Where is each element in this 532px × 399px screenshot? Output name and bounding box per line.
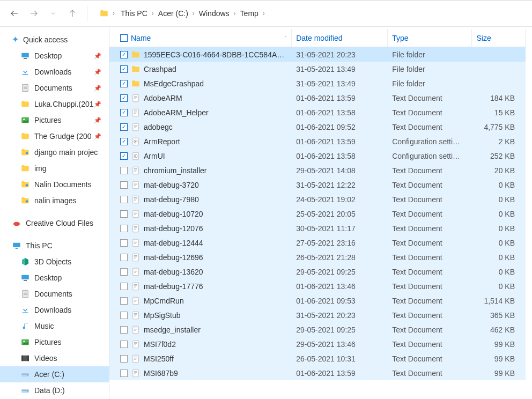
file-row[interactable]: mat-debug-1244427-05-2021 23:16Text Docu… [109, 235, 526, 250]
file-row[interactable]: mat-debug-1362029-05-2021 09:25Text Docu… [109, 264, 526, 279]
file-row[interactable]: Crashpad31-05-2021 13:49File folder [109, 62, 526, 76]
file-row[interactable]: MSI250ff26-05-2021 10:31Text Document99 … [109, 351, 526, 366]
file-row[interactable]: ArmReport01-06-2021 13:59Configuration s… [109, 134, 526, 149]
row-checkbox[interactable] [120, 51, 128, 58]
sidebar-item[interactable]: img [0, 160, 109, 176]
file-row[interactable]: MSI687b901-06-2021 13:59Text Document99 … [109, 366, 526, 380]
sidebar-item[interactable]: Nalin Documents [0, 176, 109, 193]
row-checkbox[interactable] [120, 94, 128, 102]
row-checkbox[interactable] [120, 268, 128, 276]
sidebar-item[interactable]: Pictures [0, 334, 109, 350]
file-name: msedge_installer [144, 326, 287, 334]
sidebar-item[interactable]: Pictures📌 [0, 112, 109, 128]
sidebar-item[interactable]: 3D Objects [0, 254, 109, 270]
chevron-right-icon[interactable]: › [232, 10, 238, 17]
col-size[interactable]: Size [472, 29, 526, 47]
row-checkbox[interactable] [120, 65, 128, 73]
file-row[interactable]: MSI7f0d229-05-2021 13:46Text Document99 … [109, 337, 526, 351]
file-row[interactable]: mat-debug-1777601-06-2021 13:46Text Docu… [109, 279, 526, 293]
file-row[interactable]: chromium_installer29-05-2021 14:08Text D… [109, 163, 526, 178]
sidebar-item[interactable]: Desktop📌 [0, 48, 109, 64]
sidebar-item[interactable]: Downloads [0, 302, 109, 318]
file-row[interactable]: adobegc01-06-2021 09:52Text Document4,77… [109, 120, 526, 134]
row-checkbox[interactable] [120, 80, 128, 87]
row-checkbox[interactable] [120, 167, 128, 174]
row-checkbox[interactable] [120, 225, 128, 232]
row-checkbox[interactable] [120, 181, 128, 189]
file-row[interactable]: mat-debug-372031-05-2021 12:22Text Docum… [109, 178, 526, 192]
svg-rect-59 [133, 196, 139, 203]
row-checkbox[interactable] [120, 326, 128, 334]
file-list-view[interactable]: Name ˄ Date modified Type Size 1595EEC3-… [109, 27, 532, 399]
file-size: 184 KB [472, 94, 526, 102]
sidebar-item[interactable]: Luka.Chuppi.(201📌 [0, 96, 109, 112]
row-checkbox[interactable] [120, 138, 128, 145]
nav-recent-locations[interactable] [46, 6, 60, 20]
row-checkbox[interactable] [120, 152, 128, 160]
creative-cloud[interactable]: Creative Cloud Files [0, 215, 109, 231]
file-size: 0 KB [472, 224, 526, 233]
row-checkbox[interactable] [120, 312, 128, 319]
chevron-right-icon[interactable]: › [111, 10, 116, 17]
sidebar-item[interactable]: Documents [0, 286, 109, 302]
row-checkbox[interactable] [120, 355, 128, 363]
col-name[interactable]: Name ˄ [116, 29, 292, 47]
row-checkbox[interactable] [120, 283, 128, 290]
sidebar-item[interactable]: Music [0, 318, 109, 334]
file-name: mat-debug-17776 [144, 282, 287, 291]
file-row[interactable]: ArmUI01-06-2021 13:58Configuration setti… [109, 149, 526, 163]
row-checkbox[interactable] [120, 123, 128, 131]
sidebar-item-label: 3D Objects [34, 257, 71, 266]
row-checkbox[interactable] [120, 254, 128, 261]
row-checkbox[interactable] [120, 370, 128, 377]
row-checkbox[interactable] [120, 196, 128, 203]
sidebar-item[interactable]: django main projec [0, 144, 109, 160]
file-date: 29-05-2021 13:46 [292, 340, 388, 349]
file-row[interactable]: MpSigStub31-05-2021 20:23Text Document36… [109, 308, 526, 322]
file-row[interactable]: AdobeARM01-06-2021 13:59Text Document184… [109, 91, 526, 105]
col-date[interactable]: Date modified [292, 29, 388, 47]
file-row[interactable]: MpCmdRun01-06-2021 09:53Text Document1,5… [109, 293, 526, 308]
select-all-checkbox[interactable] [120, 34, 128, 42]
file-row[interactable]: mat-debug-1207630-05-2021 11:17Text Docu… [109, 221, 526, 235]
nav-forward-button[interactable] [27, 6, 41, 20]
nav-up-button[interactable] [65, 6, 79, 20]
row-checkbox[interactable] [120, 109, 128, 116]
breadcrumb-segment[interactable]: Windows [197, 8, 232, 19]
file-date: 01-06-2021 09:53 [292, 297, 388, 305]
row-checkbox[interactable] [120, 341, 128, 348]
file-name: mat-debug-10720 [144, 210, 287, 218]
file-row[interactable]: MsEdgeCrashpad31-05-2021 13:49File folde… [109, 76, 526, 91]
file-row[interactable]: mat-debug-798024-05-2021 19:02Text Docum… [109, 192, 526, 206]
file-date: 29-05-2021 09:25 [292, 268, 388, 276]
nav-back-button[interactable] [8, 6, 21, 20]
sidebar-item[interactable]: The Grudge (200📌 [0, 128, 109, 144]
svg-rect-73 [134, 242, 137, 242]
sidebar-item[interactable]: Acer (C:) [0, 366, 109, 382]
file-row[interactable]: AdobeARM_Helper01-06-2021 13:58Text Docu… [109, 105, 526, 120]
col-type[interactable]: Type [388, 29, 472, 47]
sidebar-item[interactable]: Desktop [0, 270, 109, 286]
svg-rect-86 [134, 286, 136, 287]
this-pc[interactable]: This PC [0, 238, 109, 254]
row-checkbox[interactable] [120, 210, 128, 218]
file-row[interactable]: msedge_installer29-05-2021 09:25Text Doc… [109, 322, 526, 337]
chevron-right-icon[interactable]: › [150, 10, 156, 17]
row-checkbox[interactable] [120, 239, 128, 247]
breadcrumb-segment[interactable]: Temp [238, 8, 261, 19]
sidebar-item[interactable]: Documents📌 [0, 80, 109, 96]
sidebar-item[interactable]: Videos [0, 350, 109, 366]
file-row[interactable]: mat-debug-1269626-05-2021 21:28Text Docu… [109, 250, 526, 264]
breadcrumb-segment[interactable]: This PC [119, 8, 150, 19]
sidebar-item[interactable]: Downloads📌 [0, 64, 109, 80]
sidebar-item[interactable]: nalin images [0, 193, 109, 209]
file-row[interactable]: 1595EEC3-C016-4664-8DBB-1CC584A…31-05-20… [109, 47, 526, 62]
sidebar-item[interactable]: Data (D:) [0, 382, 109, 398]
breadcrumb-segment[interactable]: Acer (C:) [156, 8, 190, 19]
chevron-right-icon[interactable]: › [191, 10, 196, 17]
address-bar[interactable]: › This PC›Acer (C:)›Windows›Temp› [95, 5, 529, 21]
row-checkbox[interactable] [120, 297, 128, 305]
file-row[interactable]: mat-debug-1072025-05-2021 20:05Text Docu… [109, 206, 526, 221]
chevron-right-icon[interactable]: › [261, 10, 267, 17]
quick-access-header[interactable]: ✦ Quick access [0, 31, 109, 48]
